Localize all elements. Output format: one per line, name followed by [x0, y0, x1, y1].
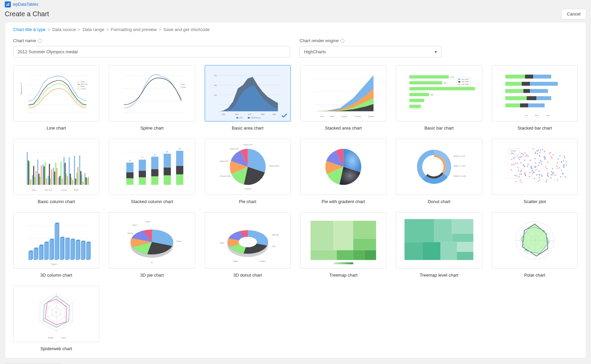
svg-rect-121	[69, 158, 70, 185]
chart-type-label: 3D pie chart	[140, 273, 164, 278]
chart-thumbnail[interactable]: Series 1	[13, 212, 99, 269]
svg-rect-71	[505, 82, 522, 86]
svg-rect-387	[452, 234, 473, 242]
svg-point-198	[550, 156, 552, 158]
chart-thumbnail[interactable]: BananasKiwiOrangesApplesPears	[205, 212, 291, 269]
svg-rect-76	[530, 89, 548, 93]
chart-type-pie-gradient[interactable]: Pie with gradient chart	[300, 139, 386, 204]
svg-point-301	[532, 170, 533, 171]
svg-point-266	[534, 158, 536, 159]
chart-type-treemap[interactable]: Treemap chart	[300, 212, 386, 278]
chart-type-pie[interactable]: Firefox 45.0%IE 26.8%Chrome 12.8%Safari …	[205, 139, 291, 204]
svg-point-270	[565, 176, 566, 177]
svg-point-217	[539, 179, 540, 180]
chart-thumbnail[interactable]: 1073 941 1517 590 Year 1800Year 1900Year…	[396, 65, 482, 121]
chart-type-spline[interactable]: TokyoLondon Spline chart	[109, 65, 195, 131]
svg-point-200	[545, 166, 546, 168]
chart-thumbnail[interactable]: MSIE 6.0: 6.4%MSIE 7.0: 7.3%MSIE 8.0: 13…	[396, 139, 482, 195]
svg-text:Female: Female	[511, 150, 516, 152]
svg-point-179	[527, 163, 529, 165]
crumb-data-range[interactable]: Data range	[82, 27, 104, 32]
chart-type-label: Stacked bar chart	[517, 125, 552, 131]
svg-rect-15	[78, 84, 80, 84]
chart-type-label: Pie chart	[239, 199, 256, 204]
chart-thumbnail[interactable]	[492, 212, 578, 269]
svg-text:Tokyo: Tokyo	[80, 81, 85, 83]
svg-point-248	[559, 167, 560, 168]
chart-thumbnail[interactable]: BudgetActual	[13, 286, 99, 342]
svg-rect-386	[452, 219, 473, 234]
svg-text:Tokyo: Tokyo	[32, 189, 36, 191]
chart-name-input[interactable]	[13, 46, 290, 58]
info-icon[interactable]: i	[37, 38, 42, 43]
svg-rect-51	[410, 75, 449, 79]
chart-thumbnail[interactable]: 68778695104	[109, 139, 195, 195]
chart-type-scatter[interactable]: FemaleMale Scatter plot	[492, 139, 578, 204]
chart-thumbnail[interactable]: Temperature (°C) Tokyo New York Berlin L…	[13, 65, 99, 121]
svg-rect-41	[248, 117, 250, 118]
chart-type-line[interactable]: Temperature (°C) Tokyo New York Berlin L…	[13, 65, 99, 131]
chart-thumbnail[interactable]	[300, 212, 386, 269]
crumb-save[interactable]: Save and get shortcode	[163, 27, 210, 32]
crumb-title-type[interactable]: Chart title & type	[13, 27, 46, 32]
crumb-data-source[interactable]: Data source	[52, 27, 76, 32]
engine-select[interactable]: HighCharts ▾	[300, 46, 441, 58]
svg-rect-68	[505, 75, 525, 79]
svg-rect-13	[78, 82, 80, 82]
svg-marker-333	[42, 245, 44, 260]
svg-text:MSIE 6.0: 6.4%: MSIE 6.0: 6.4%	[454, 156, 465, 157]
svg-rect-136	[88, 177, 89, 185]
chart-thumbnail[interactable]	[396, 212, 482, 269]
svg-point-180	[557, 167, 558, 169]
svg-rect-148	[139, 177, 146, 185]
svg-rect-98	[38, 174, 40, 185]
svg-point-245	[548, 153, 550, 155]
chart-thumbnail[interactable]: TokyoLondon	[109, 65, 195, 121]
chart-thumbnail[interactable]: TokyoNew YorkLondonBerlin	[13, 139, 99, 195]
svg-rect-353	[76, 241, 79, 260]
chart-type-3d-donut[interactable]: BananasKiwiOrangesApplesPears 3D donut c…	[205, 212, 291, 278]
chart-type-basic-column[interactable]: TokyoNew YorkLondonBerlin Basic column c…	[13, 139, 99, 204]
svg-rect-80	[505, 104, 520, 108]
svg-rect-100	[41, 166, 42, 185]
chart-type-basic-bar[interactable]: 1073 941 1517 590 Year 1800Year 1900Year…	[396, 65, 482, 131]
chart-type-3d-column[interactable]: Series 1 3D column chart	[13, 212, 99, 278]
chart-type-stacked-bar[interactable]: JoeJaneJohn Stacked bar chart	[492, 65, 578, 131]
chart-type-basic-area[interactable]: 30k 20k 10k 19501960197019801990 USAUSSR…	[205, 65, 291, 131]
brand-logo[interactable]: wpDataTables	[5, 1, 38, 7]
cancel-button[interactable]: Cancel	[561, 9, 586, 19]
chart-type-3d-pie[interactable]: FirefoxChromeOperaOthersIE 3D pie chart	[109, 212, 195, 278]
chart-type-spiderweb[interactable]: BudgetActual Spiderweb chart	[13, 286, 99, 351]
svg-rect-55	[410, 87, 475, 90]
svg-rect-113	[58, 177, 59, 185]
chart-type-treemap-level[interactable]: Treemap level chart	[396, 212, 482, 278]
svg-rect-356	[81, 242, 84, 260]
svg-rect-94	[33, 166, 34, 185]
chart-thumbnail[interactable]: 30k 20k 10k 19501960197019801990 USAUSSR…	[205, 65, 291, 121]
chart-type-stacked-area[interactable]: AsiaAfricaEuropeAmericaOceania Stacked a…	[300, 65, 386, 131]
svg-rect-160	[176, 174, 183, 185]
svg-rect-359	[86, 243, 89, 260]
svg-point-289	[541, 174, 542, 176]
chart-thumbnail[interactable]: JoeJaneJohn	[492, 65, 578, 121]
svg-rect-144	[126, 178, 133, 185]
svg-rect-381	[353, 250, 365, 260]
svg-text:Oranges: Oranges	[259, 260, 265, 262]
svg-point-205	[546, 179, 547, 181]
chart-thumbnail[interactable]: FirefoxChromeOperaOthersIE	[109, 212, 195, 269]
chart-thumbnail[interactable]: FemaleMale	[492, 139, 578, 195]
chart-thumbnail[interactable]: Firefox 45.0%IE 26.8%Chrome 12.8%Safari …	[205, 139, 291, 195]
chart-thumbnail[interactable]: AsiaAfricaEuropeAmericaOceania	[300, 65, 386, 121]
chart-thumbnail[interactable]	[300, 139, 386, 195]
crumb-formatting[interactable]: Formatting and preview	[111, 27, 157, 32]
chart-type-label: Spiderweb chart	[41, 346, 72, 351]
svg-marker-345	[63, 237, 65, 260]
svg-rect-157	[164, 167, 171, 175]
chart-type-donut[interactable]: MSIE 6.0: 6.4%MSIE 7.0: 7.3%MSIE 8.0: 13…	[396, 139, 482, 204]
chart-type-stacked-column[interactable]: 68778695104 Stacked column chart	[109, 139, 195, 204]
page-title: Create a Chart	[5, 10, 49, 18]
chart-type-polar[interactable]: Polar chart	[492, 212, 578, 278]
info-icon[interactable]: i	[340, 38, 345, 43]
svg-point-307	[527, 166, 528, 167]
svg-rect-133	[84, 173, 85, 185]
